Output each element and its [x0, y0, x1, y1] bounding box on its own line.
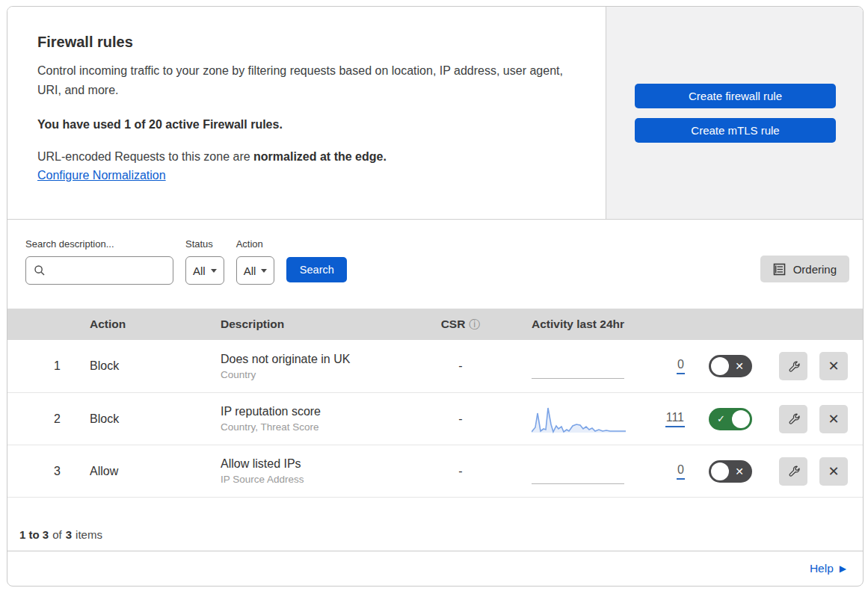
- activity-count-link[interactable]: 0: [677, 358, 685, 374]
- status-filter-select[interactable]: All: [185, 256, 224, 285]
- rule-priority: 3: [7, 465, 73, 478]
- rule-tools-cell: ✕: [752, 405, 848, 433]
- help-link[interactable]: Help ▶: [810, 562, 846, 575]
- rule-csr-value: -: [419, 359, 502, 373]
- activity-sparkline: [532, 404, 627, 434]
- rule-criteria: Country: [221, 369, 419, 380]
- search-label: Search description...: [25, 238, 173, 250]
- rule-toggle-cell: ✕: [685, 460, 752, 483]
- filter-bar: Search description... Status All Action …: [7, 220, 863, 309]
- edit-rule-button[interactable]: [779, 352, 807, 380]
- normalization-note: URL-encoded Requests to this zone are no…: [37, 150, 576, 164]
- normalization-bold-text: normalized at the edge.: [253, 150, 387, 163]
- rule-activity-cell: 0: [502, 351, 685, 381]
- rule-enable-toggle[interactable]: ✕: [709, 460, 752, 483]
- edit-rule-button[interactable]: [779, 405, 807, 433]
- status-filter-value: All: [193, 264, 206, 277]
- action-filter-label: Action: [236, 238, 275, 250]
- rule-description: IP reputation score: [221, 405, 419, 418]
- create-firewall-rule-button[interactable]: Create firewall rule: [635, 84, 836, 108]
- search-group: Search description...: [25, 238, 173, 285]
- search-button[interactable]: Search: [286, 257, 347, 282]
- create-mtls-rule-button[interactable]: Create mTLS rule: [635, 118, 836, 143]
- help-arrow-icon: ▶: [840, 563, 846, 574]
- activity-sparkline: [532, 351, 627, 381]
- wrench-icon: [787, 412, 801, 426]
- column-header-action: Action: [73, 318, 204, 331]
- table-row: 1 Block Does not originate in UK Country…: [7, 340, 863, 392]
- help-label: Help: [810, 562, 834, 575]
- rule-enable-toggle[interactable]: ✓: [709, 408, 752, 430]
- rule-csr-value: -: [419, 412, 502, 426]
- rule-criteria: IP Source Address: [221, 474, 419, 485]
- x-icon: ✕: [828, 358, 839, 374]
- rule-tools-cell: ✕: [752, 457, 848, 486]
- x-icon: ✕: [828, 411, 839, 427]
- pagination-range: 1 to 3: [19, 528, 49, 541]
- toggle-state-icon: ✓: [717, 408, 725, 430]
- rule-activity-cell: 111: [502, 404, 685, 434]
- configure-normalization-link[interactable]: Configure Normalization: [37, 169, 166, 182]
- rule-action: Block: [73, 412, 204, 426]
- rule-action: Block: [73, 359, 204, 373]
- rule-csr-value: -: [419, 465, 502, 478]
- actions-panel: Create firewall rule Create mTLS rule: [606, 7, 863, 219]
- table-row: 2 Block IP reputation score Country, Thr…: [7, 392, 863, 445]
- page-header-section: Firewall rules Control incoming traffic …: [7, 7, 863, 220]
- toggle-knob: [732, 410, 750, 428]
- rule-description-cell: Does not originate in UK Country: [204, 353, 419, 380]
- column-header-activity: Activity last 24hr: [502, 318, 685, 331]
- x-icon: ✕: [828, 463, 839, 480]
- status-filter-group: Status All: [185, 238, 224, 285]
- ordering-button[interactable]: Ordering: [760, 256, 849, 282]
- action-filter-select[interactable]: All: [236, 256, 275, 285]
- column-header-csr: CSRⓘ: [419, 318, 502, 332]
- activity-count-link[interactable]: 111: [665, 411, 685, 427]
- search-input[interactable]: [52, 264, 165, 276]
- normalization-text: URL-encoded Requests to this zone are: [37, 150, 253, 163]
- search-icon: [34, 264, 46, 276]
- activity-sparkline: [532, 457, 627, 486]
- activity-count-link[interactable]: 0: [677, 463, 685, 480]
- wrench-icon: [787, 464, 801, 478]
- usage-summary: You have used 1 of 20 active Firewall ru…: [37, 118, 576, 131]
- pagination-total: 3: [66, 528, 72, 541]
- ordering-button-label: Ordering: [793, 263, 837, 276]
- toggle-knob: [711, 357, 729, 375]
- help-bar: Help ▶: [7, 551, 863, 586]
- rule-priority: 2: [7, 412, 73, 426]
- pagination-summary: 1 to 3 of 3 items: [7, 498, 863, 551]
- page-description: Control incoming traffic to your zone by…: [37, 61, 576, 100]
- firewall-rules-page: Firewall rules Control incoming traffic …: [7, 6, 864, 587]
- page-title: Firewall rules: [37, 34, 576, 51]
- chevron-down-icon: [261, 269, 267, 273]
- info-icon[interactable]: ⓘ: [469, 318, 480, 332]
- pagination-of: of: [52, 528, 62, 541]
- column-header-description: Description: [204, 318, 419, 331]
- action-filter-group: Action All: [236, 238, 275, 285]
- delete-rule-button[interactable]: ✕: [819, 405, 848, 433]
- rule-description-cell: Allow listed IPs IP Source Address: [204, 457, 419, 485]
- status-filter-label: Status: [185, 238, 224, 250]
- csr-header-label: CSR: [441, 318, 466, 330]
- toggle-state-icon: ✕: [735, 460, 744, 483]
- rule-activity-cell: 0: [502, 457, 685, 486]
- edit-rule-button[interactable]: [779, 457, 807, 486]
- table-row: 3 Allow Allow listed IPs IP Source Addre…: [7, 445, 863, 497]
- action-filter-value: All: [244, 264, 256, 277]
- delete-rule-button[interactable]: ✕: [819, 457, 848, 486]
- delete-rule-button[interactable]: ✕: [819, 352, 848, 380]
- intro-card: Firewall rules Control incoming traffic …: [7, 7, 606, 219]
- rule-criteria: Country, Threat Score: [221, 421, 419, 433]
- rule-description-cell: IP reputation score Country, Threat Scor…: [204, 405, 419, 433]
- rule-toggle-cell: ✓: [685, 408, 752, 430]
- rule-toggle-cell: ✕: [685, 355, 752, 377]
- ordering-list-icon: [773, 263, 786, 276]
- wrench-icon: [787, 359, 801, 374]
- rule-priority: 1: [7, 359, 73, 373]
- toggle-state-icon: ✕: [735, 355, 744, 377]
- rule-tools-cell: ✕: [752, 352, 848, 380]
- rule-enable-toggle[interactable]: ✕: [709, 355, 752, 377]
- rule-description: Does not originate in UK: [221, 353, 419, 366]
- pagination-items: items: [76, 528, 102, 541]
